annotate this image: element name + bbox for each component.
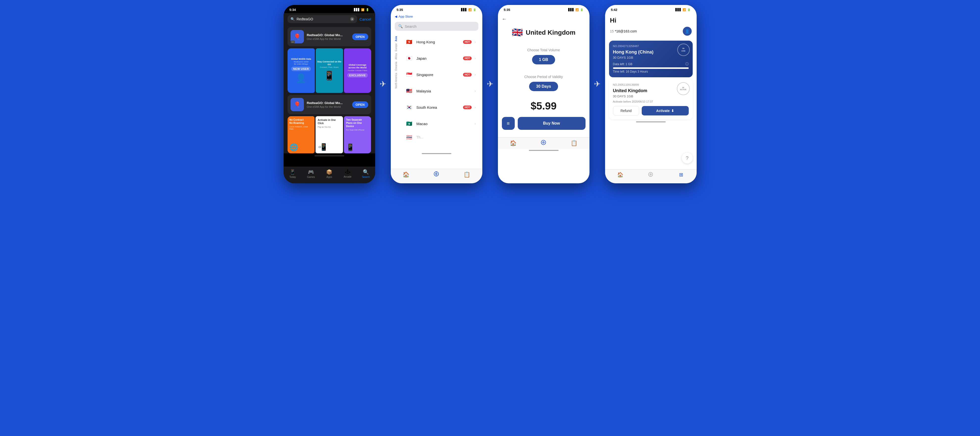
chevron-japan: › <box>475 56 476 60</box>
buy-now-button[interactable]: Buy Now <box>518 117 585 130</box>
tab-list-2[interactable]: 📋 <box>463 171 470 178</box>
chevron-hong-kong: › <box>475 40 476 44</box>
banner2-sub-1: Local Network, Local Rate <box>290 126 313 130</box>
banner2-text-1: No ContractNo Roaming <box>290 118 304 125</box>
phone-1: 5:34 ▋▋▋ 📶 🔋 🔍 RedteaGO ✕ Cancel 🎈 Ad Re… <box>283 5 375 183</box>
hot-badge-hong-kong: HOT <box>463 40 472 44</box>
phone-2: 5:35 ▋▋▋ 📶 🔋 ◀ App Store 🔍 Search Asia E… <box>391 5 482 183</box>
open-button-1[interactable]: OPEN <box>352 34 368 40</box>
help-button[interactable]: ? <box>682 153 693 163</box>
banner2-img-1: 🌐 <box>290 143 298 151</box>
arcade-icon: 🕹 <box>345 169 350 175</box>
country-singapore[interactable]: 🇸🇬 Singapore HOT › <box>402 67 479 82</box>
action-buttons: ≡ Buy Now <box>502 117 585 135</box>
user-info: 15 *16@163.com <box>610 29 637 34</box>
battery-icon-4: 🔋 <box>687 8 691 11</box>
data-row-hk: Data left: 1 GB ⓘ <box>613 62 689 66</box>
activate-before-uk: Activate before 2020/06/10 17:37 <box>613 100 689 103</box>
tab-esim-2[interactable] <box>433 171 439 178</box>
search-input[interactable]: 🔍 RedteaGO ✕ <box>288 15 357 23</box>
country-macao[interactable]: 🇲🇴 Macao › <box>402 116 479 131</box>
search-bar-2[interactable]: 🔍 Search <box>395 22 478 31</box>
sidebar-oceania[interactable]: Oceania <box>395 61 398 71</box>
country-title: United Kingdom <box>526 29 576 37</box>
period-pill[interactable]: 30 Days <box>529 82 558 91</box>
plane-icon-2: ✈ <box>487 79 493 89</box>
tab-list-3[interactable]: 📋 <box>571 140 578 146</box>
country-south-korea[interactable]: 🇰🇷 South Korea HOT › <box>402 100 479 115</box>
esim-icon-4 <box>648 172 653 178</box>
signal-icon: ▋▋▋ <box>354 8 360 11</box>
signal-icons-4: ▋▋▋ 📶 🔋 <box>675 8 691 11</box>
tab-arcade[interactable]: 🕹 Arcade <box>339 169 357 178</box>
info-icon-hk[interactable]: ⓘ <box>685 62 689 66</box>
open-button-2[interactable]: OPEN <box>352 101 368 108</box>
status-bar-2: 5:35 ▋▋▋ 📶 🔋 <box>391 5 482 13</box>
sidebar-asia[interactable]: Asia <box>395 36 398 42</box>
games-icon: 🎮 <box>308 169 314 175</box>
activate-button[interactable]: Activate ⬇ <box>642 106 689 115</box>
tab-home-4[interactable]: 🏠 <box>605 172 635 178</box>
signal-icons-1: ▋▋▋ 📶 🔋 <box>354 8 369 11</box>
flag-hong-kong: 🇭🇰 <box>405 38 414 46</box>
tab-games[interactable]: 🎮 Games <box>302 169 320 178</box>
store-label: App Store <box>399 14 413 18</box>
svg-point-6 <box>649 172 653 177</box>
volume-pill[interactable]: 1 GB <box>532 55 555 64</box>
tab-esim-4[interactable] <box>635 172 666 178</box>
tab-apps[interactable]: 📦 Apps <box>320 169 339 178</box>
country-japan[interactable]: 🇯🇵 Japan HOT › <box>402 51 479 66</box>
country-thailand-partial: 🇹🇭 Th... <box>402 132 479 142</box>
period-section: Choose Period of Validity 30 Days <box>502 71 585 95</box>
country-name-hong-kong: Hong Kong <box>417 40 460 44</box>
tab-esim-3[interactable] <box>541 139 546 147</box>
profile-icon-4: ⊞ <box>679 172 683 177</box>
appstore-body: 🔍 RedteaGO ✕ Cancel 🎈 Ad RedteaGO: Globa… <box>283 13 375 153</box>
plane-icon-1: ✈ <box>380 79 386 89</box>
ad-sub-2: One eSIM App for the World <box>307 105 349 108</box>
clear-icon[interactable]: ✕ <box>350 17 354 21</box>
ad-card-2[interactable]: 🎈 RedteaGO: Global Mo... One eSIM App fo… <box>288 95 371 114</box>
sidebar-africa[interactable]: Africa <box>395 53 398 60</box>
tab-search[interactable]: 🔍 Search <box>357 169 375 178</box>
tab-home-3[interactable]: 🏠 <box>510 140 517 146</box>
hot-badge-south-korea: HOT <box>463 105 472 109</box>
sidebar-europe[interactable]: Europe <box>395 43 398 52</box>
country-malaysia[interactable]: 🇲🇾 Malaysia › <box>402 83 479 99</box>
progress-fill-hk <box>613 67 689 69</box>
country-list: 🇭🇰 Hong Kong HOT › 🇯🇵 Japan HOT › 🇸🇬 Sin… <box>402 33 482 152</box>
tab-today[interactable]: 📱 Today <box>283 169 302 178</box>
country-content: Asia Europe Africa Oceania North America… <box>391 33 482 152</box>
user-avatar[interactable]: 👤 <box>683 27 692 36</box>
banner2-item-3: Two Separate Plans on One Device For Dua… <box>344 116 371 153</box>
esim-no-hk: NO.20042713258487 <box>613 45 689 48</box>
flag-thailand: 🇹🇭 <box>405 133 414 141</box>
ad-card-1[interactable]: 🎈 Ad RedteaGO: Global Mo... One eSIM App… <box>288 27 371 46</box>
home-indicator-1 <box>315 155 344 157</box>
tab-profile-4[interactable]: ⊞ <box>666 172 697 178</box>
refund-button[interactable]: Refund <box>613 106 640 115</box>
tab-search-label: Search <box>362 176 370 178</box>
banner-sub-2: Connect, Post, Share <box>320 66 339 69</box>
bottom-bar-3: 🏠 📋 <box>498 137 590 149</box>
country-name-malaysia: Malaysia <box>417 89 472 93</box>
banner2-sub-2: Pay as You Go <box>318 126 331 128</box>
ad-info-1: RedteaGO: Global Mo... One eSIM App for … <box>307 33 349 40</box>
list-view-button[interactable]: ≡ <box>502 117 515 130</box>
country-hong-kong[interactable]: 🇭🇰 Hong Kong HOT › <box>402 34 479 50</box>
sidebar-north-america[interactable]: North America <box>395 72 398 89</box>
banner-sub-1: RedteaGO eSIM$1 1GB 15Days <box>294 61 309 65</box>
flag-south-korea: 🇰🇷 <box>405 103 414 112</box>
apps-icon: 📦 <box>326 169 332 175</box>
period-label: Choose Period of Validity <box>506 75 582 79</box>
battery-icon-3: 🔋 <box>580 8 584 11</box>
back-arrow[interactable]: ← <box>502 16 507 22</box>
tab-home-2[interactable]: 🏠 <box>402 171 409 178</box>
cancel-button[interactable]: Cancel <box>360 17 371 21</box>
home-indicator-3 <box>529 150 558 151</box>
svg-point-5 <box>543 142 544 143</box>
battery-icon: 🔋 <box>366 8 369 11</box>
profile-header: Hi <box>605 13 697 26</box>
home-indicator-4 <box>636 121 666 122</box>
banner-2: No ContractNo Roaming Local Network, Loc… <box>288 116 371 153</box>
